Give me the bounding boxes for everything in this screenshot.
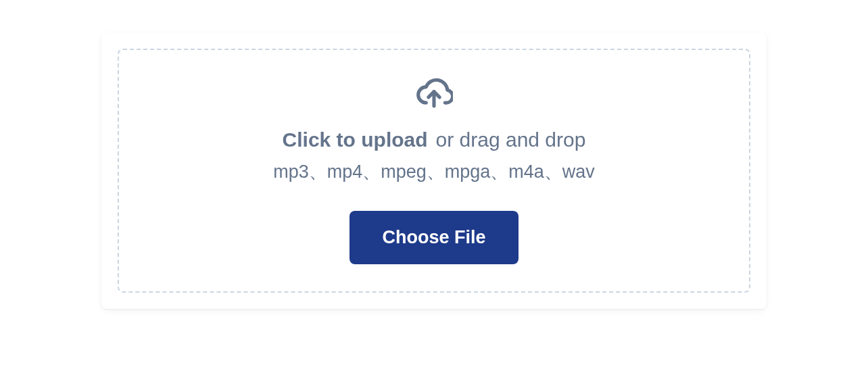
drag-and-drop-text: or drag and drop xyxy=(436,128,586,151)
choose-file-button[interactable]: Choose File xyxy=(349,211,518,264)
accepted-file-types: mp3、mp4、mpeg、mpga、m4a、wav xyxy=(273,159,595,184)
upload-card: Click to upload or drag and drop mp3、mp4… xyxy=(101,32,767,309)
click-to-upload-text: Click to upload xyxy=(283,128,428,151)
upload-dropzone[interactable]: Click to upload or drag and drop mp3、mp4… xyxy=(118,49,750,293)
cloud-upload-icon xyxy=(415,74,453,112)
upload-instruction: Click to upload or drag and drop xyxy=(283,128,586,151)
